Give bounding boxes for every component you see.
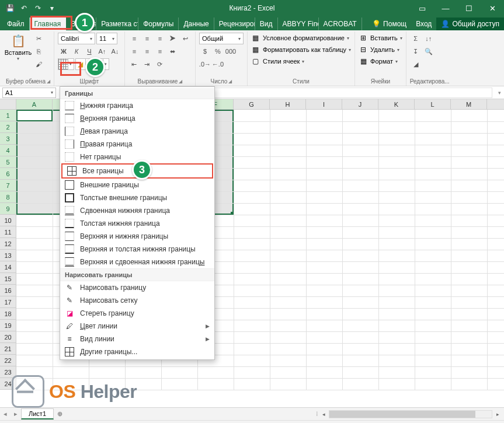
clear[interactable]: ◢: [410, 58, 422, 70]
comma-format[interactable]: 000: [225, 46, 237, 57]
col-header[interactable]: L: [415, 99, 451, 109]
row-header[interactable]: 18: [0, 308, 16, 320]
row-header[interactable]: 15: [0, 273, 16, 285]
hscroll-thumb[interactable]: [329, 411, 475, 418]
underline-button[interactable]: Ч: [84, 46, 95, 57]
hscroll-track[interactable]: [329, 410, 492, 418]
new-sheet-button[interactable]: ⊕: [54, 410, 65, 418]
align-center[interactable]: ≡: [141, 46, 153, 57]
col-header[interactable]: K: [378, 99, 415, 109]
tab-data[interactable]: Данные: [179, 18, 214, 30]
share-button[interactable]: 👤Общий доступ: [436, 18, 504, 30]
border-top-thick-bottom[interactable]: Верхняя и толстая нижняя границы: [60, 243, 214, 256]
sheet-nav-next[interactable]: ▸: [11, 410, 21, 418]
row-header[interactable]: 14: [0, 261, 16, 273]
copy-button[interactable]: ⎘: [33, 46, 44, 57]
paste-button[interactable]: 📋 Вставить ▾: [6, 33, 30, 61]
font-size-combo[interactable]: 11▾: [96, 33, 117, 44]
ribbon-display-options[interactable]: ▭: [411, 0, 434, 16]
row-header[interactable]: 11: [0, 226, 16, 238]
align-bottom[interactable]: ≡: [154, 33, 166, 44]
tab-home[interactable]: Главная: [30, 18, 67, 30]
italic-button[interactable]: К: [71, 46, 82, 57]
increase-indent[interactable]: ⇥: [141, 58, 153, 70]
col-header[interactable]: I: [306, 99, 342, 109]
row-header[interactable]: 9: [0, 203, 16, 215]
sheet-tab[interactable]: Лист1: [21, 408, 54, 419]
tab-file[interactable]: Файл: [2, 18, 30, 30]
autosum[interactable]: Σ: [410, 33, 422, 44]
col-header[interactable]: M: [451, 99, 487, 109]
row-header[interactable]: 21: [0, 343, 16, 355]
row-header[interactable]: 2: [0, 121, 16, 133]
decrease-indent[interactable]: ⇤: [128, 58, 140, 70]
cut-button[interactable]: ✂: [33, 33, 44, 44]
col-header[interactable]: A: [16, 99, 53, 109]
bold-button[interactable]: Ж: [58, 46, 69, 57]
row-header[interactable]: 16: [0, 285, 16, 296]
tab-acrobat[interactable]: ACROBAT: [319, 18, 362, 30]
percent-format[interactable]: %: [212, 46, 224, 57]
fill-series[interactable]: ↧: [410, 46, 422, 57]
align-middle[interactable]: ≡: [141, 33, 153, 44]
border-outside[interactable]: Внешние границы: [60, 179, 214, 191]
border-top[interactable]: Верхняя граница: [60, 112, 214, 125]
tab-view[interactable]: Вид: [255, 18, 278, 30]
align-left[interactable]: ≡: [128, 46, 140, 57]
tab-page-layout[interactable]: Разметка ст: [96, 18, 138, 30]
row-header[interactable]: 5: [0, 156, 16, 168]
row-header[interactable]: 1: [0, 110, 16, 121]
border-left[interactable]: Левая граница: [60, 125, 214, 138]
col-header[interactable]: G: [234, 99, 270, 109]
hscroll-right[interactable]: ▸: [493, 411, 502, 417]
cell-styles[interactable]: ▢Стили ячеек▾: [251, 56, 304, 67]
clipboard-launcher[interactable]: ◢: [47, 79, 50, 84]
decrease-font-button[interactable]: A↓: [109, 46, 121, 57]
border-top-bottom[interactable]: Верхняя и нижняя границы: [60, 230, 214, 243]
border-thick-outside[interactable]: Толстые внешние границы: [60, 191, 214, 204]
select-all[interactable]: [0, 99, 16, 109]
orientation-2[interactable]: ⟳: [154, 58, 166, 70]
row-header[interactable]: 3: [0, 133, 16, 145]
tell-me[interactable]: 💡Помощ: [367, 18, 411, 30]
border-right[interactable]: Правая граница: [60, 138, 214, 151]
row-header[interactable]: 20: [0, 331, 16, 343]
decrease-decimal[interactable]: ←.0: [212, 58, 224, 70]
accounting-format[interactable]: $: [199, 46, 211, 57]
line-color[interactable]: 🖊Цвет линии▶: [60, 320, 214, 333]
wrap-text[interactable]: ↩: [180, 33, 192, 44]
orientation[interactable]: ⮞: [167, 33, 179, 44]
align-top[interactable]: ≡: [128, 33, 140, 44]
border-double-bottom[interactable]: Сдвоенная нижняя граница: [60, 204, 214, 217]
row-header[interactable]: 4: [0, 145, 16, 156]
row-header[interactable]: 8: [0, 191, 16, 203]
row-header[interactable]: 10: [0, 215, 16, 226]
format-as-table[interactable]: ▦Форматировать как таблицу▾: [251, 44, 351, 55]
cells-delete[interactable]: ⊟Удалить▾: [359, 44, 399, 55]
find-select[interactable]: 🔍: [423, 46, 435, 57]
format-painter-button[interactable]: 🖌: [33, 58, 44, 70]
number-launcher[interactable]: ◢: [228, 79, 232, 84]
row-header[interactable]: 19: [0, 320, 16, 331]
sign-in[interactable]: Вход: [411, 18, 436, 30]
row-header[interactable]: 12: [0, 238, 16, 250]
border-bottom[interactable]: Нижняя граница: [60, 99, 214, 112]
align-right[interactable]: ≡: [154, 46, 166, 57]
minimize-button[interactable]: —: [434, 0, 457, 16]
more-borders[interactable]: Другие границы...: [60, 345, 214, 358]
border-top-double-bottom[interactable]: Верхняя и сдвоенная нижняя границы: [60, 256, 214, 268]
font-name-combo[interactable]: Calibri▾: [58, 33, 95, 44]
increase-font-button[interactable]: A↑: [96, 46, 108, 57]
name-box[interactable]: A1▾: [2, 88, 56, 98]
line-style[interactable]: ≡Вид линии▶: [60, 333, 214, 345]
redo-button[interactable]: ↷: [32, 2, 44, 15]
row-header[interactable]: 17: [0, 296, 16, 308]
increase-decimal[interactable]: .0→: [199, 58, 211, 70]
cells-format[interactable]: ▦Формат▾: [359, 56, 398, 67]
conditional-formatting[interactable]: ▦Условное форматирование▾: [251, 33, 349, 43]
number-format-combo[interactable]: Общий▾: [199, 33, 244, 44]
undo-button[interactable]: ↶: [18, 2, 30, 15]
row-header[interactable]: 13: [0, 250, 16, 261]
close-button[interactable]: ✕: [481, 0, 504, 16]
maximize-button[interactable]: ☐: [457, 0, 481, 16]
